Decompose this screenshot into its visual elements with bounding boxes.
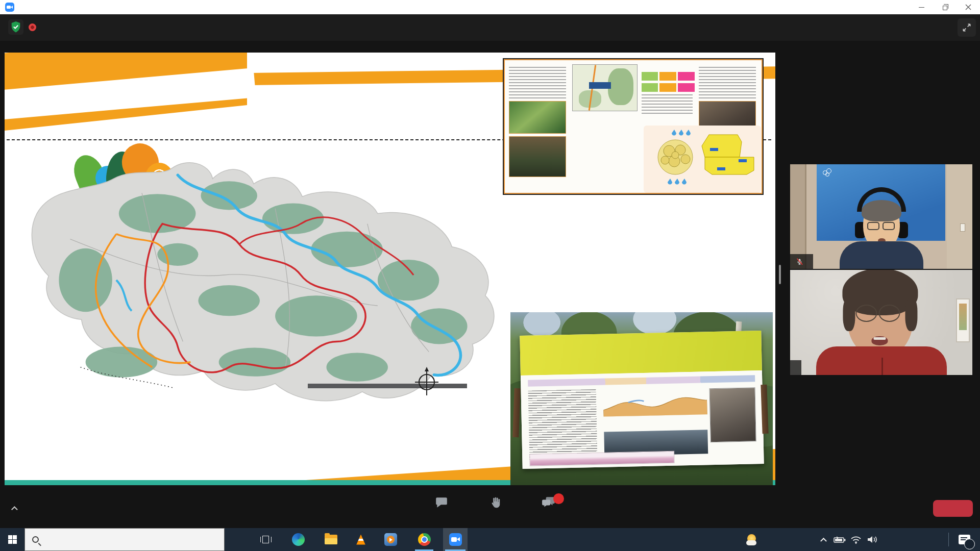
action-center-button[interactable] bbox=[952, 528, 976, 551]
media-player-button[interactable] bbox=[378, 528, 403, 551]
brochure-map-thumb bbox=[572, 64, 638, 111]
wifi-indicator[interactable] bbox=[848, 528, 864, 551]
notification-count-badge bbox=[964, 539, 975, 549]
close-icon bbox=[965, 4, 971, 10]
raise-hand-button[interactable] bbox=[467, 496, 523, 512]
raise-hand-icon bbox=[488, 496, 502, 509]
rippiger-kopp-photo bbox=[510, 312, 773, 485]
sign-text-column bbox=[528, 389, 597, 459]
expand-icon bbox=[962, 22, 972, 33]
muted-mic-icon bbox=[796, 257, 803, 266]
tray-divider bbox=[948, 533, 949, 546]
wifi-icon bbox=[850, 535, 862, 544]
taskbar-search[interactable] bbox=[24, 528, 225, 551]
task-view-button[interactable] bbox=[254, 528, 278, 551]
distance-cell bbox=[642, 72, 658, 81]
restore-button[interactable] bbox=[933, 0, 957, 14]
coords-text-block bbox=[642, 94, 693, 115]
sign-body bbox=[521, 370, 764, 469]
difficulty-cell-2 bbox=[659, 83, 676, 92]
tray-overflow-button[interactable] bbox=[817, 528, 830, 551]
media-player-icon bbox=[384, 533, 397, 546]
meeting-toolbar bbox=[0, 14, 980, 41]
audio-settings-button[interactable] bbox=[7, 506, 18, 511]
glasses bbox=[855, 305, 900, 322]
edge-icon bbox=[292, 533, 305, 546]
close-button[interactable] bbox=[957, 0, 980, 14]
ggn-logo-icon bbox=[823, 168, 833, 178]
category-cell-2 bbox=[678, 83, 695, 92]
picture-frame bbox=[956, 298, 970, 342]
chrome-button[interactable] bbox=[412, 528, 436, 551]
qa-button[interactable] bbox=[521, 496, 577, 512]
rippiger-kopp-sign bbox=[520, 331, 764, 469]
search-icon bbox=[32, 536, 39, 543]
battery-icon bbox=[834, 536, 846, 543]
edge-button[interactable] bbox=[286, 528, 310, 551]
taskbar-clock[interactable] bbox=[899, 528, 939, 551]
speaker-face bbox=[847, 276, 913, 357]
volume-indicator[interactable] bbox=[865, 528, 880, 551]
start-button[interactable] bbox=[0, 528, 24, 551]
sign-post bbox=[761, 385, 768, 434]
chat-icon bbox=[435, 496, 448, 509]
brochure-text-block-fr bbox=[699, 67, 756, 98]
meeting-control-bar bbox=[0, 493, 980, 528]
weather-widget[interactable] bbox=[746, 528, 762, 551]
compass-icon bbox=[414, 365, 439, 396]
glasses bbox=[867, 222, 895, 230]
recording-dot-icon bbox=[29, 23, 36, 31]
links-toolbar[interactable] bbox=[664, 528, 676, 551]
moderator-shirt bbox=[840, 241, 923, 269]
spring-photo bbox=[509, 101, 566, 134]
window-titlebar bbox=[0, 0, 980, 14]
geopark-map bbox=[9, 145, 521, 405]
video-tile-moderator[interactable] bbox=[790, 164, 972, 269]
fullscreen-button[interactable] bbox=[958, 18, 976, 37]
vlc-cone-icon bbox=[355, 535, 366, 545]
panel-resize-handle[interactable] bbox=[779, 265, 781, 284]
folder-icon bbox=[325, 535, 337, 544]
category-cell bbox=[678, 72, 695, 81]
chevron-up-icon bbox=[820, 538, 827, 544]
light-switch bbox=[960, 223, 965, 232]
participant-nametag bbox=[790, 254, 813, 269]
brochure-text-block bbox=[509, 67, 566, 98]
zoom-app-icon bbox=[5, 3, 14, 12]
leave-button[interactable] bbox=[933, 500, 973, 517]
zoom-camera-icon bbox=[449, 533, 462, 546]
task-view-icon bbox=[260, 535, 272, 544]
map-scalebar bbox=[308, 382, 467, 388]
difficulty-cell bbox=[659, 72, 676, 81]
video-tile-speaker[interactable] bbox=[790, 270, 972, 375]
zoom-app-button[interactable] bbox=[443, 528, 468, 551]
geological-cross-section bbox=[603, 387, 707, 417]
minimize-button[interactable] bbox=[910, 0, 933, 14]
sign-panorama bbox=[529, 450, 674, 466]
waterfall-photo bbox=[509, 136, 566, 177]
file-explorer-button[interactable] bbox=[318, 528, 343, 551]
chat-button[interactable] bbox=[413, 496, 470, 512]
security-shield-icon[interactable] bbox=[8, 19, 23, 35]
qa-count-badge bbox=[553, 493, 564, 504]
windows-taskbar bbox=[0, 528, 980, 551]
chevron-up-icon bbox=[11, 506, 18, 513]
battery-indicator[interactable] bbox=[832, 528, 847, 551]
sign-rock-image bbox=[709, 387, 756, 442]
sign-post bbox=[512, 388, 520, 437]
participant-nametag bbox=[790, 360, 801, 375]
scalebar-rule bbox=[308, 384, 467, 388]
recording-indicator bbox=[29, 19, 41, 35]
chrome-icon bbox=[418, 533, 431, 546]
karst-diagram bbox=[644, 126, 761, 193]
geology-brochure-panel bbox=[504, 59, 763, 194]
vlc-button[interactable] bbox=[349, 528, 373, 551]
search-input[interactable] bbox=[44, 534, 198, 545]
level-cell bbox=[642, 83, 658, 92]
speaker-icon bbox=[867, 535, 878, 544]
speaker-sweater bbox=[816, 346, 947, 375]
door bbox=[790, 164, 806, 269]
presentation-slide bbox=[5, 53, 775, 485]
weather-icon bbox=[746, 534, 757, 545]
windows-logo-icon bbox=[8, 535, 17, 544]
